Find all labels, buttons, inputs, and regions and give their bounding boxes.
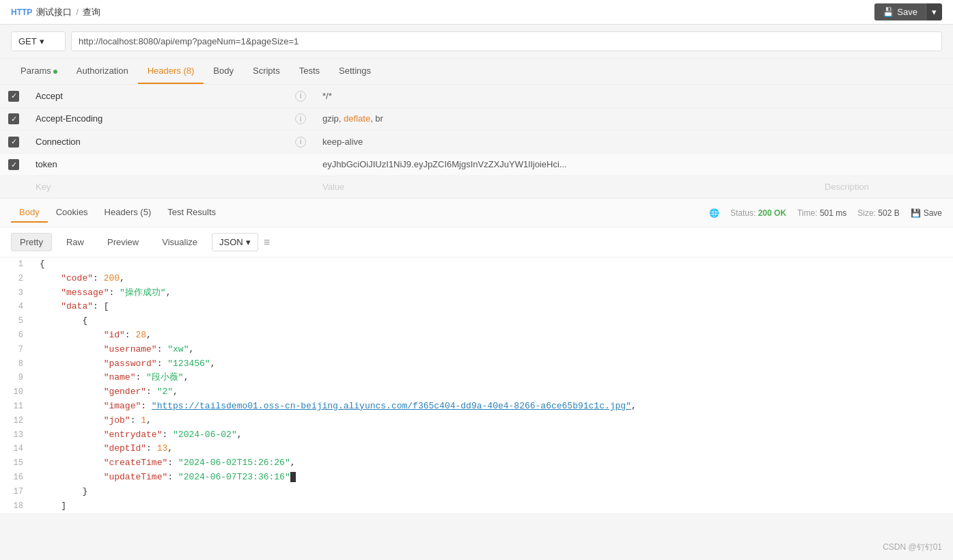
row-checkbox-connection[interactable] — [8, 137, 19, 148]
code-line: 3 "message": "操作成功", — [0, 286, 953, 300]
tab-scripts[interactable]: Scripts — [243, 59, 290, 84]
desc-placeholder: Description — [825, 182, 869, 192]
desc-cell-accept — [816, 85, 953, 107]
code-line: 16 "updateTime": "2024-06-07T23:36:16" — [0, 471, 953, 485]
save-response-button[interactable]: 💾 Save — [911, 208, 942, 218]
url-bar: GET ▾ — [0, 25, 953, 59]
code-line: 17 } — [0, 485, 953, 499]
desc-cell-connection — [816, 130, 953, 154]
time-value: 501 ms — [820, 208, 846, 218]
info-icon-accept-encoding[interactable]: i — [287, 107, 314, 130]
row-checkbox-token[interactable] — [8, 159, 19, 170]
info-icon-token[interactable]: i — [287, 153, 314, 176]
value-placeholder: Value — [322, 182, 344, 192]
resp-tab-body[interactable]: Body — [11, 203, 48, 223]
checkbox-cell[interactable] — [0, 85, 27, 107]
tab-settings[interactable]: Settings — [329, 59, 381, 84]
code-tab-raw[interactable]: Raw — [57, 233, 93, 251]
code-line: 2 "code": 200, — [0, 272, 953, 286]
resp-tab-cookies[interactable]: Cookies — [48, 203, 96, 223]
info-icon-connection[interactable]: i — [287, 130, 314, 154]
table-row: Accept-Encoding i gzip, deflate, br — [0, 107, 953, 130]
tab-authorization[interactable]: Authorization — [67, 59, 138, 84]
code-line: 1 { — [0, 257, 953, 272]
table-row: Connection i keep-alive — [0, 130, 953, 154]
breadcrumb: HTTP 测试接口 / 查询 — [11, 6, 100, 18]
row-checkbox-accept[interactable] — [8, 91, 19, 102]
code-line: 11 "image": "https://tailsdemo01.oss-cn-… — [0, 400, 953, 414]
code-toolbar: Pretty Raw Preview Visualize JSON ▾ ≡ — [0, 227, 953, 257]
key-cell-accept: Accept — [27, 85, 287, 107]
breadcrumb-sep2: / — [76, 7, 79, 17]
value-cell-accept-encoding: gzip, deflate, br — [314, 107, 816, 130]
tab-tests[interactable]: Tests — [290, 59, 329, 84]
tab-params[interactable]: Params — [11, 59, 67, 84]
desc-cell-token — [816, 153, 953, 176]
method-chevron-icon: ▾ — [40, 36, 44, 46]
save-resp-icon: 💾 — [911, 208, 921, 218]
save-icon: 💾 — [883, 7, 894, 17]
value-cell-accept: */* — [314, 85, 816, 107]
breadcrumb-sep1: 测试接口 — [36, 6, 72, 18]
checkbox-cell[interactable] — [0, 107, 27, 130]
checkbox-cell[interactable] — [0, 153, 27, 176]
status-label: Status: 200 OK — [730, 208, 786, 218]
response-tabs: Body Cookies Headers (5) Test Results — [11, 203, 224, 223]
code-line: 18 ] — [0, 499, 953, 514]
code-line: 15 "createTime": "2024-06-02T15:26:26", — [0, 456, 953, 471]
format-label: JSON — [219, 237, 243, 247]
method-select[interactable]: GET ▾ — [11, 31, 66, 51]
params-dot — [53, 70, 57, 74]
resp-tab-headers[interactable]: Headers (5) — [96, 203, 160, 223]
time-label: Time: 501 ms — [797, 208, 846, 218]
headers-table: Accept i */* Accept-Encoding i gzip, def… — [0, 85, 953, 198]
breadcrumb-current: 查询 — [83, 6, 100, 18]
method-text: GET — [18, 36, 37, 46]
response-meta: 🌐 Status: 200 OK Time: 501 ms Size: 502 … — [709, 208, 942, 218]
code-tab-visualize[interactable]: Visualize — [153, 233, 206, 251]
code-line: 4 "data": [ — [0, 300, 953, 314]
tab-body[interactable]: Body — [204, 59, 243, 84]
filter-icon[interactable]: ≡ — [264, 236, 270, 249]
save-button[interactable]: 💾 Save — [874, 3, 926, 20]
desc-cell-accept-encoding — [816, 107, 953, 130]
code-area: 1 { 2 "code": 200, 3 "message": "操作成功", … — [0, 257, 953, 513]
globe-icon[interactable]: 🌐 — [709, 208, 719, 218]
tab-headers[interactable]: Headers (8) — [138, 59, 204, 84]
key-placeholder: Key — [36, 182, 51, 192]
size-value: 502 B — [878, 208, 899, 218]
key-cell-token: token — [27, 153, 287, 176]
table-row-empty: Key Value Description — [0, 176, 953, 198]
code-line: 9 "name": "段小薇", — [0, 371, 953, 385]
table-row: token i eyJhbGciOiJIUzI1NiJ9.eyJpZCI6Mjg… — [0, 153, 953, 176]
key-cell-accept-encoding: Accept-Encoding — [27, 107, 287, 130]
code-tab-preview[interactable]: Preview — [98, 233, 148, 251]
code-line: 8 "password": "123456", — [0, 357, 953, 372]
code-line: 14 "deptId": 13, — [0, 442, 953, 456]
resp-tab-test-results[interactable]: Test Results — [159, 203, 224, 223]
code-tab-pretty[interactable]: Pretty — [11, 233, 52, 251]
request-tabs: Params Authorization Headers (8) Body Sc… — [0, 59, 953, 85]
http-badge: HTTP — [11, 8, 32, 17]
code-line: 10 "gender": "2", — [0, 385, 953, 400]
top-bar: HTTP 测试接口 / 查询 💾 Save ▾ — [0, 0, 953, 25]
row-checkbox-accept-encoding[interactable] — [8, 113, 19, 124]
response-bar: Body Cookies Headers (5) Test Results 🌐 … — [0, 198, 953, 227]
code-line: 6 "id": 28, — [0, 328, 953, 343]
url-input[interactable] — [71, 31, 942, 51]
value-cell-connection: keep-alive — [314, 130, 816, 154]
size-label: Size: 502 B — [857, 208, 899, 218]
status-value: 200 OK — [758, 208, 786, 218]
code-line: 5 { — [0, 314, 953, 328]
table-row: Accept i */* — [0, 85, 953, 107]
code-line: 13 "entrydate": "2024-06-02", — [0, 428, 953, 443]
save-button-group[interactable]: 💾 Save ▾ — [874, 3, 942, 20]
code-line: 7 "username": "xw", — [0, 343, 953, 357]
info-icon-accept[interactable]: i — [287, 85, 314, 107]
format-select[interactable]: JSON ▾ — [212, 233, 258, 251]
key-cell-connection: Connection — [27, 130, 287, 154]
checkbox-cell[interactable] — [0, 130, 27, 154]
code-line: 12 "job": 1, — [0, 414, 953, 428]
save-dropdown-button[interactable]: ▾ — [926, 3, 942, 20]
value-cell-token: eyJhbGciOiJIUzI1NiJ9.eyJpZCI6MjgsInVzZXJ… — [314, 153, 816, 176]
